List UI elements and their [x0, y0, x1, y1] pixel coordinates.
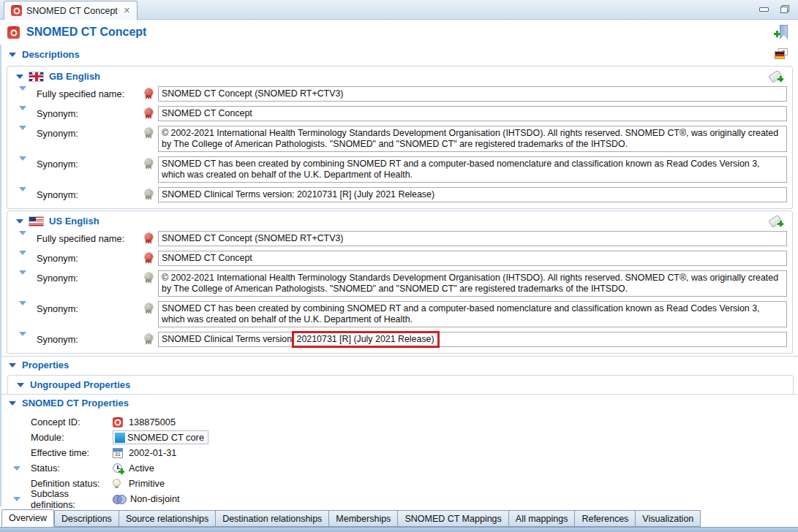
section-ungrouped-properties[interactable]: Ungrouped Properties: [7, 375, 794, 394]
collapse-arrow-icon[interactable]: [17, 383, 24, 387]
description-term-field[interactable]: SNOMED Clinical Terms version:20210731 […: [158, 332, 787, 347]
acceptable-term-icon: [145, 189, 153, 197]
active-status-icon: [113, 463, 122, 473]
description-type-label: Fully specified name:: [37, 231, 143, 244]
view-controls: [759, 5, 789, 13]
expand-arrow-icon[interactable]: [13, 466, 20, 471]
collapse-arrow-icon[interactable]: [9, 401, 16, 406]
overlapping-circles-icon: [113, 495, 126, 503]
us-flag-icon: [29, 217, 43, 226]
description-row: Fully specified name: SNOMED CT Concept …: [7, 86, 792, 102]
tab-snomed-ct-concept[interactable]: SNOMED CT Concept ✕: [4, 1, 138, 20]
description-row: Synonym: SNOMED CT Concept: [7, 251, 792, 266]
description-type-label: Fully specified name:: [37, 86, 143, 99]
gb-flag-icon: [29, 72, 43, 81]
tab-source-relationships[interactable]: Source relationships: [118, 510, 215, 527]
definition-status-value: Primitive: [129, 478, 165, 489]
description-term-field[interactable]: SNOMED CT Concept: [158, 251, 787, 266]
tab-overview[interactable]: Overview: [1, 509, 54, 527]
module-link[interactable]: SNOMED CT core: [113, 430, 208, 444]
acceptable-term-icon: [145, 159, 153, 167]
snomed-concept-icon: [11, 5, 22, 16]
description-type-label: Synonym:: [37, 106, 143, 119]
group-title: GB English: [49, 71, 100, 82]
tab-memberships[interactable]: Memberships: [328, 510, 397, 527]
description-term-field[interactable]: SNOMED Clinical Terms version: 20210731 …: [158, 187, 787, 202]
editor-page-tabs: Overview Descriptions Source relationshi…: [0, 509, 798, 532]
expand-arrow-icon[interactable]: [19, 86, 26, 91]
description-type-label: Synonym:: [37, 270, 143, 284]
section-title: Ungrouped Properties: [30, 379, 130, 390]
preferred-term-icon: [145, 108, 153, 116]
add-bookmark-icon[interactable]: [775, 25, 788, 39]
expand-arrow-icon[interactable]: [13, 497, 20, 501]
property-row-effective-time: Effective time: 31 2002-01-31: [1, 445, 798, 460]
section-title: Descriptions: [22, 49, 80, 60]
term-prefix: SNOMED Clinical Terms version:: [162, 334, 295, 344]
description-type-label: Synonym:: [37, 332, 143, 345]
expand-arrow-icon[interactable]: [19, 301, 26, 305]
description-type-label: Synonym:: [37, 251, 143, 264]
property-label: Concept ID:: [31, 417, 113, 428]
expand-arrow-icon[interactable]: [19, 106, 26, 110]
description-term-field[interactable]: SNOMED CT has been created by combining …: [158, 301, 787, 327]
collapse-arrow-icon[interactable]: [16, 219, 23, 224]
collapse-arrow-icon[interactable]: [16, 75, 23, 79]
description-term-field[interactable]: SNOMED CT has been created by combining …: [158, 156, 787, 183]
description-term-field[interactable]: SNOMED CT Concept (SNOMED RT+CTV3): [158, 231, 787, 246]
expand-arrow-icon[interactable]: [19, 126, 26, 130]
tab-snomed-ct-mappings[interactable]: SNOMED CT Mappings: [397, 510, 508, 527]
expand-arrow-icon[interactable]: [19, 332, 26, 336]
preferred-term-icon: [145, 253, 153, 261]
preferred-term-icon: [145, 233, 153, 241]
section-title: Properties: [22, 360, 69, 370]
tab-all-mappings[interactable]: All mappings: [508, 510, 575, 527]
maximize-icon[interactable]: [780, 5, 789, 13]
tab-descriptions[interactable]: Descriptions: [54, 510, 118, 527]
section-descriptions[interactable]: Descriptions: [1, 45, 798, 64]
property-label: Effective time:: [31, 447, 113, 458]
description-type-label: Synonym:: [37, 301, 143, 314]
section-properties[interactable]: Properties: [1, 356, 798, 373]
section-snomed-ct-properties[interactable]: SNOMED CT Properties: [1, 394, 798, 411]
expand-arrow-icon[interactable]: [19, 251, 26, 255]
expand-arrow-icon[interactable]: [19, 231, 26, 235]
snomed-concept-icon: [113, 417, 123, 428]
acceptable-term-icon: [145, 273, 153, 281]
tab-destination-relationships[interactable]: Destination relationships: [215, 510, 328, 527]
subclass-definitions-value: Non-disjoint: [130, 493, 180, 504]
property-row-definition-status: Definition status: Primitive: [1, 476, 798, 491]
calendar-icon: 31: [113, 448, 123, 458]
tab-visualization[interactable]: Visualization: [635, 510, 701, 527]
minimize-icon[interactable]: [759, 7, 769, 12]
collapse-arrow-icon[interactable]: [9, 363, 16, 368]
close-icon[interactable]: ✕: [124, 6, 130, 15]
expand-arrow-icon[interactable]: [19, 187, 26, 191]
property-row-status: Status: Active: [1, 460, 798, 476]
description-type-label: Synonym:: [37, 187, 143, 200]
ihtsdo-module-icon: [115, 433, 125, 443]
acceptable-term-icon: [145, 128, 153, 136]
description-term-field[interactable]: SNOMED CT Concept: [158, 106, 787, 121]
add-description-icon[interactable]: [769, 214, 783, 227]
tab-title: SNOMED CT Concept: [26, 6, 118, 16]
description-row: Synonym: SNOMED CT Concept: [7, 106, 792, 121]
group-header-gb-english[interactable]: GB English: [7, 66, 792, 86]
expand-arrow-icon[interactable]: [19, 270, 26, 275]
group-header-us-english[interactable]: US English: [7, 211, 792, 231]
plus-icon: [778, 221, 783, 227]
description-row: Synonym: SNOMED CT has been created by c…: [7, 301, 792, 327]
collapse-arrow-icon[interactable]: [9, 53, 16, 57]
description-term-field[interactable]: © 2002-2021 International Health Termino…: [158, 126, 787, 152]
plus-icon: [118, 468, 124, 474]
tab-references[interactable]: References: [574, 510, 635, 527]
description-term-field[interactable]: SNOMED CT Concept (SNOMED RT+CTV3): [158, 86, 787, 102]
group-title: US English: [49, 216, 99, 227]
add-description-icon[interactable]: [769, 69, 783, 82]
description-term-field[interactable]: © 2002-2021 International Health Termino…: [158, 270, 787, 297]
language-flags-icon[interactable]: [775, 48, 788, 59]
expand-arrow-icon[interactable]: [19, 156, 26, 161]
plus-icon: [778, 76, 783, 82]
status-value: Active: [129, 463, 154, 474]
description-row: Synonym: SNOMED CT has been created by c…: [7, 156, 792, 183]
